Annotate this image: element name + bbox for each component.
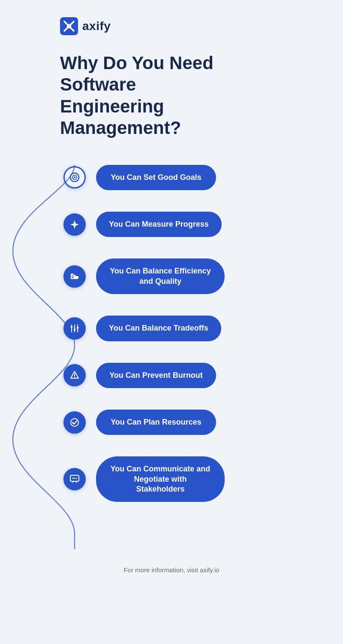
burnout-label: You Can Prevent Burnout xyxy=(96,363,216,388)
svg-point-4 xyxy=(74,176,75,178)
footer: For more information, visit axify.io xyxy=(0,549,343,586)
svg-point-12 xyxy=(74,377,75,378)
list-item: You Can Prevent Burnout xyxy=(0,363,343,388)
title-section: Why Do You Need Software Engineering Man… xyxy=(0,35,223,139)
timeline-container: You Can Set Good Goals You Can Measure P… xyxy=(0,165,343,550)
list-item: You Can Balance Efficiency and Quality xyxy=(0,258,343,294)
balance-quality-icon xyxy=(63,265,86,288)
resources-icon xyxy=(63,411,86,434)
progress-label: You Can Measure Progress xyxy=(96,212,222,237)
logo-text: axify xyxy=(82,19,111,33)
svg-rect-9 xyxy=(74,329,76,330)
progress-icon xyxy=(63,213,86,236)
goals-icon xyxy=(63,166,86,188)
svg-point-16 xyxy=(74,478,75,479)
list-item: You Can Set Good Goals xyxy=(0,165,343,190)
list-item: You Can Communicate and Negotiate with S… xyxy=(0,456,343,502)
svg-rect-8 xyxy=(71,326,73,328)
communicate-icon xyxy=(63,468,86,490)
list-item: You Can Plan Resources xyxy=(0,410,343,435)
list-item: You Can Measure Progress xyxy=(0,212,343,237)
svg-point-17 xyxy=(76,478,77,479)
page-title: Why Do You Need Software Engineering Man… xyxy=(60,52,223,139)
tradeoffs-label: You Can Balance Tradeoffs xyxy=(96,316,221,341)
goals-label: You Can Set Good Goals xyxy=(96,165,216,190)
communicate-label: You Can Communicate and Negotiate with S… xyxy=(96,456,225,502)
footer-text: For more information, visit axify.io xyxy=(123,566,219,574)
tradeoffs-icon xyxy=(63,317,86,340)
svg-point-13 xyxy=(71,419,78,426)
resources-label: You Can Plan Resources xyxy=(96,410,216,435)
axify-logo-icon xyxy=(60,17,78,35)
svg-point-15 xyxy=(72,478,74,479)
svg-rect-10 xyxy=(77,327,79,328)
header: axify xyxy=(0,0,343,35)
burnout-icon xyxy=(63,364,86,386)
timeline-items: You Can Set Good Goals You Can Measure P… xyxy=(0,165,343,524)
list-item: You Can Balance Tradeoffs xyxy=(0,316,343,341)
balance-quality-label: You Can Balance Efficiency and Quality xyxy=(96,258,225,294)
